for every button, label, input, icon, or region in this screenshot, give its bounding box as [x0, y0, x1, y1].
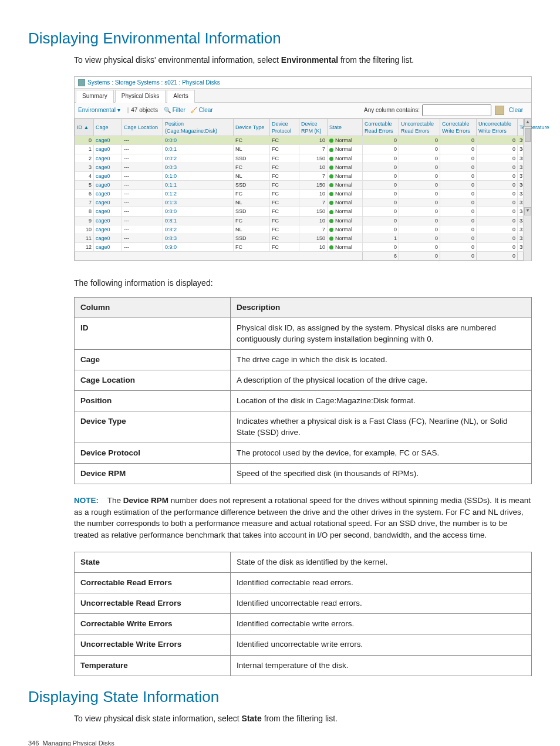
cage-link[interactable]: cage0: [96, 200, 110, 205]
col-header[interactable]: ID ▲: [75, 119, 94, 136]
table-row[interactable]: 2cage0---0:0:2SSDFC150Normal000035° C ( …: [75, 154, 524, 163]
clear-search-button[interactable]: Clear: [509, 106, 523, 114]
info-row: PositionLocation of the disk in Cage:Mag…: [75, 391, 532, 411]
table-row[interactable]: 10cage0---0:8:2NLFC7Normal000032° C ( 89…: [75, 225, 524, 234]
cage-link[interactable]: cage0: [96, 191, 110, 197]
state-normal-icon: [329, 201, 333, 205]
cage-link[interactable]: cage0: [96, 164, 110, 170]
cage-link[interactable]: cage0: [96, 137, 110, 143]
tab-physical-disks[interactable]: Physical Disks: [115, 90, 166, 103]
cage-link[interactable]: cage0: [96, 146, 110, 152]
anycol-input[interactable]: [422, 104, 491, 116]
cage-link[interactable]: cage0: [96, 182, 110, 188]
cage-link[interactable]: cage0: [96, 235, 110, 241]
info-row: Correctable Read ErrorsIdentified correc…: [75, 572, 532, 593]
position-link[interactable]: 0:1:0: [165, 173, 177, 179]
position-link[interactable]: 0:0:2: [165, 156, 177, 161]
position-link[interactable]: 0:8:0: [165, 208, 177, 214]
info-row: TemperatureInternal temperature of the d…: [75, 655, 532, 676]
heading-state-info: Displaying State Information: [28, 687, 532, 707]
window-icon: [78, 79, 85, 86]
position-link[interactable]: 0:8:2: [165, 227, 177, 232]
clear-filter-button[interactable]: 🧹 Clear: [190, 106, 213, 114]
info-row: Cage LocationA description of the physic…: [75, 370, 532, 391]
table-row[interactable]: 9cage0---0:8:1FCFC10Normal000033° C ( 91…: [75, 216, 524, 225]
filter-dropdown[interactable]: Environmental ▾: [78, 106, 120, 114]
position-link[interactable]: 0:0:0: [165, 137, 177, 143]
info-row: Device TypeIndicates whether a physical …: [75, 411, 532, 443]
column-description-table-1: ColumnDescription IDPhysical disk ID, as…: [74, 297, 532, 484]
sort-asc-icon: ▲: [84, 124, 89, 130]
info-row: Device ProtocolThe protocol used by the …: [75, 443, 532, 463]
cage-link[interactable]: cage0: [96, 173, 110, 179]
column-description-table-2: StateState of the disk as identified by …: [74, 552, 532, 676]
page-footer: 346 Managing Physical Disks: [28, 739, 114, 746]
col-header[interactable]: Uncorrectable Write Errors: [477, 119, 518, 136]
cage-link[interactable]: cage0: [96, 227, 110, 232]
scroll-up-icon[interactable]: ▲: [524, 119, 531, 127]
note-device-rpm: NOTE: The Device RPM number does not rep…: [74, 495, 532, 541]
col-header[interactable]: Temperature: [518, 119, 524, 136]
cage-link[interactable]: cage0: [96, 244, 110, 250]
anycol-label: Any column contains:: [364, 106, 420, 114]
table-row[interactable]: 11cage0---0:8:3SSDFC150Normal100032° C (…: [75, 234, 524, 242]
table-row[interactable]: 1cage0---0:0:1NLFC7Normal000038° C ( 100…: [75, 145, 524, 154]
position-link[interactable]: 0:0:3: [165, 164, 177, 170]
after-screenshot-text: The following information is displayed:: [74, 278, 532, 289]
info-row: StateState of the disk as identified by …: [75, 552, 532, 572]
position-link[interactable]: 0:0:1: [165, 146, 177, 152]
table-row[interactable]: 12cage0---0:9:0FCFC10Normal000035° C ( 9…: [75, 242, 524, 251]
state-normal-icon: [329, 148, 333, 152]
state-normal-icon: [329, 166, 333, 170]
toolbar: Environmental ▾ | 47 objects 🔍 Filter 🧹 …: [75, 103, 531, 119]
col-header[interactable]: Position (Cage:Magazine:Disk): [163, 119, 234, 136]
col-header[interactable]: Correctable Read Errors: [363, 119, 399, 136]
cage-link[interactable]: cage0: [96, 208, 110, 214]
col-header[interactable]: State: [328, 119, 363, 136]
tab-summary[interactable]: Summary: [76, 90, 114, 103]
state-normal-icon: [329, 210, 333, 214]
position-link[interactable]: 0:1:3: [165, 200, 177, 205]
col-header[interactable]: Cage: [94, 119, 122, 136]
intro-env: To view physical disks' environmental in…: [74, 55, 532, 66]
table-row[interactable]: 3cage0---0:0:3FCFC10Normal000033° C ( 91…: [75, 163, 524, 171]
state-normal-icon: [329, 139, 333, 143]
scroll-thumb[interactable]: [525, 128, 531, 142]
filter-button[interactable]: 🔍 Filter: [164, 106, 185, 114]
position-link[interactable]: 0:1:1: [165, 182, 177, 188]
export-icon[interactable]: [495, 106, 504, 115]
window-breadcrumb: Systems : Storage Systems : s021 : Physi…: [75, 77, 531, 89]
cage-link[interactable]: cage0: [96, 218, 110, 224]
app-screenshot: Systems : Storage Systems : s021 : Physi…: [74, 76, 532, 261]
col-header[interactable]: Cage Location: [122, 119, 163, 136]
position-link[interactable]: 0:9:0: [165, 244, 177, 250]
tab-alerts[interactable]: Alerts: [167, 90, 195, 103]
info-row: Device RPMSpeed of the specified disk (i…: [75, 464, 532, 484]
col-header[interactable]: Device Type: [234, 119, 270, 136]
col-header[interactable]: Device RPM (K): [299, 119, 328, 136]
state-normal-icon: [329, 157, 333, 161]
table-row[interactable]: 0cage0---0:0:0FCFC10Normal000039° C ( 10…: [75, 136, 524, 145]
position-link[interactable]: 0:8:3: [165, 235, 177, 241]
table-row[interactable]: 4cage0---0:1:0NLFC7Normal000037° C ( 98.…: [75, 171, 524, 180]
table-row[interactable]: 6cage0---0:1:2FCFC10Normal000033° C ( 91…: [75, 190, 524, 198]
scrollbar[interactable]: ▲ ▼: [524, 119, 531, 261]
info-row: CageThe drive cage in which the disk is …: [75, 349, 532, 370]
col-header[interactable]: Correctable Write Errors: [440, 119, 477, 136]
state-normal-icon: [329, 183, 333, 187]
info-row: Uncorrectable Write ErrorsIdentified unc…: [75, 634, 532, 655]
table-row[interactable]: 8cage0---0:8:0SSDFC150Normal000034° C ( …: [75, 207, 524, 216]
tab-bar: Summary Physical Disks Alerts: [75, 89, 531, 103]
disk-grid: ID ▲CageCage LocationPosition (Cage:Maga…: [75, 119, 524, 261]
position-link[interactable]: 0:1:2: [165, 191, 177, 197]
table-row[interactable]: 5cage0---0:1:1SSDFC150Normal000036° C ( …: [75, 180, 524, 189]
cage-link[interactable]: cage0: [96, 156, 110, 161]
table-row[interactable]: 7cage0---0:1:3NLFC7Normal000032° C ( 89.…: [75, 198, 524, 207]
state-normal-icon: [329, 245, 333, 249]
info-row: Uncorrectable Read ErrorsIdentified unco…: [75, 593, 532, 614]
col-header[interactable]: Uncorrectable Read Errors: [399, 119, 440, 136]
position-link[interactable]: 0:8:1: [165, 218, 177, 224]
scroll-down-icon[interactable]: ▼: [524, 207, 531, 215]
col-header[interactable]: Device Protocol: [270, 119, 299, 136]
info-row: Correctable Write ErrorsIdentified corre…: [75, 614, 532, 634]
